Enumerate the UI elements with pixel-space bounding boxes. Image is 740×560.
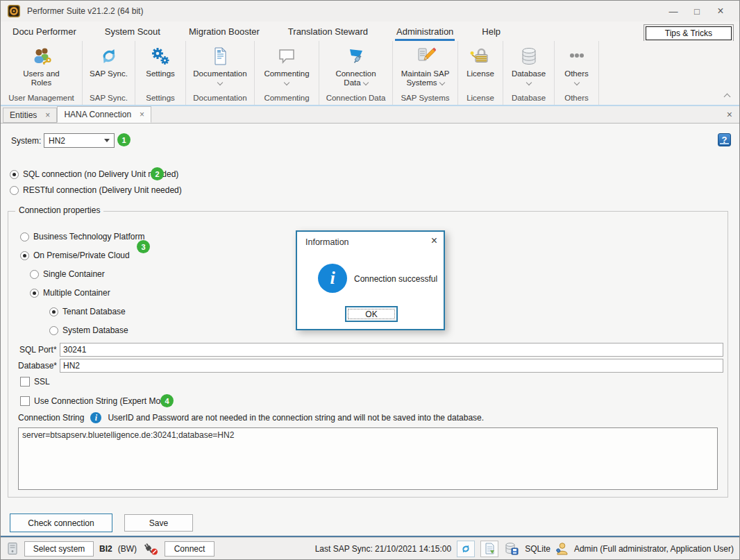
ribbon-group-sap-sync: SAP Sync. SAP Sync. [83,41,135,105]
ribbon-button-label: Users and Roles [14,69,69,87]
menu-item-system-scout[interactable]: System Scout [103,26,162,41]
radio-circle [20,232,29,241]
database-button[interactable]: Database [503,41,554,93]
connection-plug-icon [346,46,367,67]
select-system-button[interactable]: Select system [24,541,94,557]
radio-label: Single Container [43,269,105,279]
window-title: Performer Suite v21.2.2 (64 bit) [27,6,143,16]
tab-hana-connection[interactable]: HANA Connection × [57,106,151,123]
menu-item-docu-performer[interactable]: Docu Performer [11,26,78,41]
radio-circle [30,289,39,298]
dialog-close-icon[interactable]: × [431,235,437,247]
ribbon-group-label: Settings [135,93,185,105]
others-button[interactable]: Others [555,41,598,93]
chevron-down-icon [525,80,531,85]
radio-circle [49,307,58,316]
database-icon [519,46,539,67]
connection-data-button[interactable]: Connection Data [319,41,392,93]
menu-item-migration-booster[interactable]: Migration Booster [187,26,261,41]
radio-multiple-container[interactable]: Multiple Container [30,288,110,298]
menu-item-translation-steward[interactable]: Translation Steward [287,26,369,41]
save-button[interactable]: Save [124,514,193,532]
sqlite-database-icon [504,542,519,556]
dialog-ok-button[interactable]: OK [345,306,398,322]
sync-icon [99,46,119,67]
documentation-button[interactable]: Documentation [186,41,254,93]
ribbon-button-label: License [466,69,494,78]
ssl-checkbox[interactable] [20,377,30,387]
ribbon-button-label: Maintain SAP Systems [395,69,456,87]
tabstrip-close-icon[interactable]: × [727,109,732,120]
dialog-message: Connection successful [354,274,437,284]
settings-button[interactable]: Settings [135,41,185,93]
hana-connection-page: System: HN2 1 ? SQL connection (no Deliv… [1,123,739,537]
radio-business-technology-platform[interactable]: Business Technology Platform [20,232,145,241]
app-window: Performer Suite v21.2.2 (64 bit) — □ × D… [0,0,740,560]
radio-tenant-database[interactable]: Tenant Database [49,307,126,316]
close-button[interactable]: × [709,2,732,20]
tips-and-tricks-frame: Tips & Tricks [644,24,734,42]
statusbar: Select system BI2 (BW) Connect Last SAP … [1,537,739,559]
maintain-sap-systems-button[interactable]: Maintain SAP Systems [393,41,457,93]
tabbar: Entities × HANA Connection × × [1,106,739,123]
license-button[interactable]: License [458,41,503,93]
commenting-button[interactable]: Commenting [255,41,319,93]
chevron-down-icon [362,80,368,85]
refresh-button[interactable] [457,541,475,557]
ribbon-group-label: User Management [1,93,82,105]
refresh-icon [460,543,471,554]
chevron-down-icon [217,80,223,85]
menu-item-help[interactable]: Help [480,26,502,41]
ribbon-button-label-text: Connection Data [335,69,376,87]
report-button[interactable] [480,541,498,557]
ribbon-group-label: Commenting [255,93,319,105]
connection-string-row: Connection String i UserID and Password … [18,412,484,423]
ribbon-button-label: SAP Sync. [90,69,128,78]
document-icon [210,46,230,67]
connect-button[interactable]: Connect [165,541,215,557]
expert-mode-checkbox-row[interactable]: Use Connection String (Expert Mode) [20,396,172,406]
radio-system-database[interactable]: System Database [49,325,128,335]
ribbon-group-label: Database [503,93,554,105]
radio-circle [30,270,39,279]
radio-on-premise-private-cloud[interactable]: On Premise/Private Cloud [20,251,130,260]
users-and-roles-button[interactable]: Users and Roles [1,41,82,93]
database-input[interactable] [60,359,723,373]
app-logo-icon [8,5,20,17]
help-icon[interactable]: ? [718,133,731,146]
connection-string-textarea[interactable]: server=btsapserv.bluetelligence.de:30241… [18,427,718,490]
expert-mode-checkbox[interactable] [20,396,30,406]
radio-label: Tenant Database [62,307,126,316]
radio-label: Multiple Container [43,288,110,298]
tab-close-icon[interactable]: × [45,110,50,120]
tips-and-tricks-button[interactable]: Tips & Tricks [646,26,732,40]
ribbon-group-user-management: Users and Roles User Management [1,41,83,105]
dropdown-arrow-icon [104,139,110,142]
titlebar: Performer Suite v21.2.2 (64 bit) — □ × [1,1,739,22]
gears-icon [150,46,171,67]
ellipsis-icon [566,46,587,67]
check-connection-button[interactable]: Check connection [10,514,112,532]
checkbox-label: Use Connection String (Expert Mode) [34,396,172,406]
minimize-button[interactable]: — [662,2,685,20]
computer-icon [6,542,19,556]
radio-restful-connection[interactable]: RESTful connection (Delivery Unit needed… [10,185,182,195]
menu-item-administration[interactable]: Administration [395,26,455,41]
ribbon-group-connection-data: Connection Data Connection Data [319,41,393,105]
maximize-button[interactable]: □ [685,2,709,20]
ssl-checkbox-row[interactable]: SSL [20,377,50,387]
ribbon-group-sap-systems: Maintain SAP Systems SAP Systems [393,41,458,105]
info-icon[interactable]: i [90,412,101,423]
ribbon-button-label: Database [512,69,546,78]
database-label: Database* [18,361,57,371]
system-dropdown[interactable]: HN2 [44,133,115,148]
connection-string-label: Connection String [18,413,84,423]
last-sync-text: Last SAP Sync: 21/10/2021 14:15:00 [315,544,452,554]
sap-sync-button[interactable]: SAP Sync. [83,41,135,93]
ribbon-group-label: Documentation [186,93,254,105]
sql-port-input[interactable] [60,343,723,357]
tab-entities[interactable]: Entities × [3,108,57,123]
ribbon-collapse-icon[interactable] [724,94,731,101]
radio-single-container[interactable]: Single Container [30,269,105,279]
tab-close-icon[interactable]: × [140,110,144,119]
